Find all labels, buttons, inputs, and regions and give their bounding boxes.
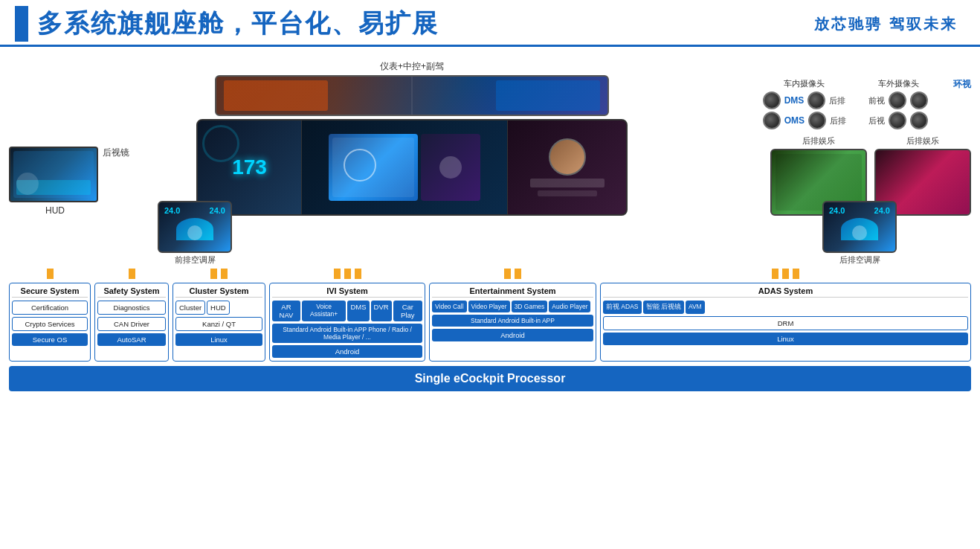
secure-system-block: Secure System Certification Crypto Servi… bbox=[9, 283, 91, 362]
avm-btn: AVM bbox=[686, 301, 705, 314]
entertainment-system-title: Entertainment System bbox=[432, 286, 593, 298]
cluster-linux-btn: Linux bbox=[175, 333, 262, 346]
diagnostics-btn: Diagnostics bbox=[97, 301, 166, 315]
right-ent-label: 后排娱乐 bbox=[906, 135, 939, 147]
left-device-group: HUD 后视镜 bbox=[9, 139, 158, 216]
dms-camera-row: DMS 后排 bbox=[763, 92, 846, 109]
ivi-system-block: IVI System AR NAV Voice Assistan+ DMS DV… bbox=[269, 283, 425, 362]
front-adas-btn: 前视 ADAS bbox=[603, 301, 642, 314]
dash-center-infotainment bbox=[302, 121, 507, 214]
rear-mirror-screen bbox=[215, 75, 609, 116]
ar-nav-btn: AR NAV bbox=[272, 301, 300, 321]
entertainment-screens-row: 后排娱乐 后排娱乐 bbox=[666, 135, 971, 216]
video-call-btn: Video Call bbox=[432, 301, 467, 312]
adas-connectors bbox=[600, 269, 971, 279]
exterior-camera-rows: 前视 后视 bbox=[868, 92, 928, 129]
video-player-btn: Video Player bbox=[468, 301, 510, 312]
ent-android-btn: Android bbox=[432, 329, 593, 341]
drm-btn: DRM bbox=[603, 316, 968, 330]
dms-extra-label: 后排 bbox=[829, 95, 845, 106]
secure-os-btn: Secure OS bbox=[12, 333, 88, 346]
rear-ac-screen: 24.0 24.0 bbox=[822, 201, 897, 253]
cluster-btn: Cluster bbox=[175, 301, 205, 315]
entertainment-system-block: Entertainment System Video Call Video Pl… bbox=[429, 283, 596, 362]
rear-cam-lens-2 bbox=[910, 112, 928, 129]
speed-display: 173 bbox=[232, 155, 267, 179]
header-left: 多系统旗舰座舱，平台化、易扩展 bbox=[15, 6, 439, 42]
oms-camera-row: OMS 后排 bbox=[763, 112, 846, 129]
front-ac-screen: 24.0 24.0 bbox=[158, 201, 232, 253]
ivi-system-title: IVI System bbox=[272, 286, 422, 298]
exterior-cameras-group: 车外摄像头 前视 后视 bbox=[868, 78, 928, 129]
audio-player-btn: Audio Player bbox=[549, 301, 590, 312]
gold-connector-7 bbox=[355, 269, 361, 279]
adas-system-title: ADAS System bbox=[603, 286, 968, 298]
map-display bbox=[329, 134, 418, 201]
huan-label: 环视 bbox=[953, 78, 971, 129]
adas-linux-btn: Linux bbox=[603, 333, 968, 345]
interior-cameras-title: 车内摄像头 bbox=[784, 78, 825, 89]
gold-connector-1 bbox=[47, 269, 54, 279]
dms-camera-lens bbox=[763, 92, 781, 109]
cluster-row1: Cluster HUD bbox=[175, 301, 262, 315]
oms-camera-lens bbox=[763, 112, 781, 129]
interior-cameras-group: 车内摄像头 DMS 后排 OMS 后排 bbox=[763, 78, 846, 129]
can-driver-btn: CAN Driver bbox=[97, 317, 166, 331]
safety-connectors bbox=[94, 269, 169, 279]
oms-label: OMS bbox=[784, 115, 805, 126]
ent-row1: Video Call Video Player 3D Games Audio P… bbox=[432, 301, 593, 312]
safety-system-block: Safety System Diagnostics CAN Driver Aut… bbox=[94, 283, 169, 362]
front-cam-label: 前视 bbox=[868, 95, 885, 106]
rear-camera-row: 后视 bbox=[868, 112, 928, 129]
ent-standard-apps-btn: Standard Android Built-in APP bbox=[432, 315, 593, 327]
rear-ac-label: 后排空调屏 bbox=[839, 254, 880, 266]
3d-games-btn: 3D Games bbox=[512, 301, 548, 312]
header: 多系统旗舰座舱，平台化、易扩展 放芯驰骋 驾驭未来 bbox=[0, 0, 980, 47]
dash-right-panel bbox=[507, 121, 626, 214]
gold-connector-9 bbox=[515, 269, 521, 279]
blue-bar-decoration bbox=[15, 6, 28, 42]
dms-label: DMS bbox=[784, 95, 805, 106]
front-ac-label: 前排空调屏 bbox=[175, 254, 216, 266]
gold-connector-4 bbox=[221, 269, 228, 279]
mirror-label: 后视镜 bbox=[103, 147, 129, 159]
ivi-dms-btn: DMS bbox=[347, 301, 369, 321]
connector-row-top bbox=[9, 269, 971, 279]
gold-connector-3 bbox=[210, 269, 217, 279]
ivi-android-btn: Android bbox=[272, 345, 422, 358]
rear-cam-lens-1 bbox=[889, 112, 906, 129]
certification-btn: Certification bbox=[12, 301, 88, 315]
architecture-section: Secure System Certification Crypto Servi… bbox=[9, 269, 971, 391]
main-title: 多系统旗舰座舱，平台化、易扩展 bbox=[37, 7, 439, 41]
gold-connector-11 bbox=[782, 269, 789, 279]
safety-system-title: Safety System bbox=[97, 286, 166, 298]
cluster-connectors bbox=[173, 269, 265, 279]
cameras-section: 车内摄像头 DMS 后排 OMS 后排 bbox=[666, 78, 971, 129]
ivi-connectors bbox=[269, 269, 425, 279]
gold-connector-5 bbox=[334, 269, 341, 279]
gold-connector-6 bbox=[344, 269, 351, 279]
right-device-group: 车内摄像头 DMS 后排 OMS 后排 bbox=[666, 78, 971, 216]
main-content: HUD 后视镜 仪表+中控+副驾 173 bbox=[0, 47, 980, 393]
ivi-row1: AR NAV Voice Assistan+ DMS DVR Car Play bbox=[272, 301, 422, 321]
front-camera-row: 前视 bbox=[868, 92, 928, 109]
dashboard-label: 仪表+中控+副驾 bbox=[380, 60, 444, 73]
hud-btn: HUD bbox=[207, 301, 230, 315]
exterior-cameras-title: 车外摄像头 bbox=[878, 78, 919, 89]
gold-connector-10 bbox=[772, 269, 778, 279]
hud-label: HUD bbox=[45, 205, 65, 216]
devices-row: HUD 后视镜 仪表+中控+副驾 173 bbox=[9, 48, 971, 216]
dvr-btn: DVR bbox=[371, 301, 392, 321]
front-cam-lens-2 bbox=[910, 92, 928, 109]
cluster-system-title: Cluster System bbox=[175, 286, 262, 298]
smart-mirror-btn: 智能 后视镜 bbox=[643, 301, 684, 314]
center-device-group: 仪表+中控+副驾 173 bbox=[158, 60, 666, 216]
left-ent-label: 后排娱乐 bbox=[802, 135, 835, 147]
cluster-system-block: Cluster System Cluster HUD Kanzi / QT Li… bbox=[173, 283, 265, 362]
rear-ac-container: 24.0 24.0 后排空调屏 bbox=[822, 201, 897, 266]
voice-assistant-btn: Voice Assistan+ bbox=[302, 301, 346, 321]
gold-connector-8 bbox=[504, 269, 511, 279]
secure-system-title: Secure System bbox=[12, 286, 88, 298]
dashboard-screen: 173 bbox=[196, 119, 628, 216]
secure-connectors bbox=[9, 269, 91, 279]
